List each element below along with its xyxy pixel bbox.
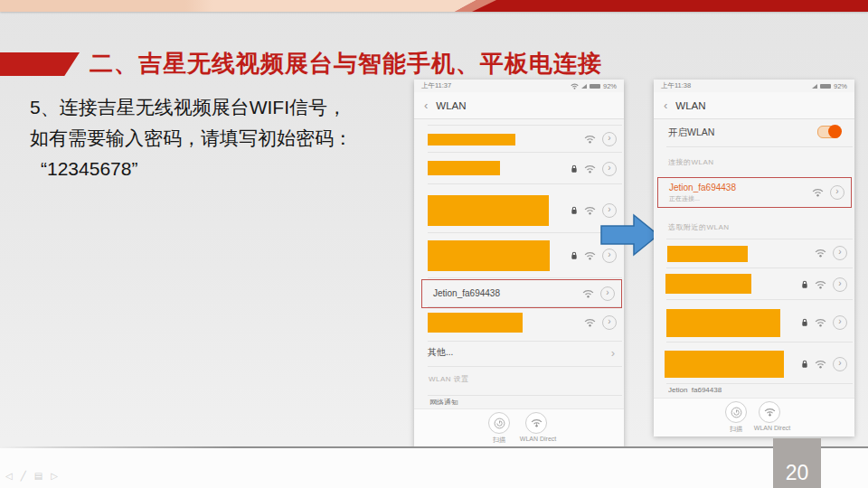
left-wlan-title: WLAN <box>436 100 466 111</box>
wlan-direct-icon <box>764 408 776 417</box>
detail-chevron-icon[interactable]: › <box>602 162 617 176</box>
wlan-direct-button[interactable] <box>759 401 780 423</box>
left-status-time: 上午11:37 <box>421 81 451 90</box>
right-wlan-header: ‹ WLAN <box>654 92 854 119</box>
wifi-signal-icon <box>584 251 596 260</box>
detail-chevron-icon[interactable]: › <box>833 246 847 260</box>
lock-icon <box>801 360 808 369</box>
slide: 二、吉星无线视频展台与智能手机、平板电连接 5、连接吉星无线视频展台WIFI信号… <box>0 0 868 488</box>
wifi-signal-icon <box>584 135 596 144</box>
wifi-signal-icon <box>584 206 596 215</box>
divider <box>428 366 622 367</box>
wifi-signal-icon <box>582 289 594 298</box>
wifi-signal-icon <box>815 249 826 258</box>
connecting-status: 正在连接... <box>669 194 700 203</box>
detail-chevron-icon[interactable]: › <box>833 277 847 292</box>
wlan-direct-icon <box>531 418 542 427</box>
divider <box>666 267 853 268</box>
page-number: 20 <box>786 461 809 484</box>
body-line-3: “12345678” <box>30 154 353 184</box>
right-wlan-title: WLAN <box>675 100 705 111</box>
detail-chevron-icon[interactable]: › <box>830 185 844 200</box>
wlan-direct-label: WLAN Direct <box>520 436 556 442</box>
redaction-bar <box>428 134 515 145</box>
page-title: 二、吉星无线视频展台与智能手机、平板电连接 <box>90 48 602 80</box>
back-icon[interactable]: ‹ <box>664 99 667 112</box>
nearby-wlan-header: 选取附近的WLAN <box>668 222 730 232</box>
scan-icon <box>494 418 505 429</box>
transition-arrow-icon <box>600 213 660 258</box>
divider <box>666 299 853 300</box>
left-bottom-toolbar: 扫描 WLAN Direct <box>414 408 624 448</box>
divider <box>428 183 622 184</box>
wlan-direct-label: WLAN Direct <box>754 425 790 431</box>
divider <box>428 152 622 153</box>
wifi-signal-icon <box>812 188 824 197</box>
scan-button[interactable] <box>725 401 747 423</box>
divider <box>428 341 622 342</box>
scan-label: 扫描 <box>730 425 742 434</box>
wlan-settings-header: WLAN 设置 <box>429 374 469 384</box>
right-bottom-toolbar: 扫描 WLAN Direct <box>654 398 854 436</box>
chevron-right-icon: › <box>611 346 615 360</box>
detail-chevron-icon[interactable]: › <box>833 315 847 330</box>
wifi-signal-icon <box>815 280 826 289</box>
lock-icon <box>571 164 578 174</box>
scan-label: 扫描 <box>493 436 505 445</box>
detail-chevron-icon[interactable]: › <box>602 132 617 146</box>
redaction-bar <box>428 161 500 175</box>
redaction-bar <box>428 195 549 226</box>
left-phone-screenshot: 上午11:37 92% ‹ WLAN › <box>414 80 624 447</box>
toggle-knob <box>828 125 842 138</box>
divider <box>666 342 853 343</box>
wlan-direct-button[interactable] <box>525 412 547 434</box>
divider <box>666 239 853 239</box>
body-text: 5、连接吉星无线视频展台WIFI信号， 如有需要输入密码，请填写初始密码： “1… <box>30 92 353 184</box>
network-name: Jetion_fa694438 <box>433 288 500 298</box>
clipped-setting-label: 网络通知 <box>429 398 502 405</box>
redaction-bar <box>665 351 784 378</box>
slides-grid-icon[interactable]: ▤ <box>34 471 42 481</box>
scan-button[interactable] <box>488 412 510 434</box>
status-wifi-icon <box>571 83 579 89</box>
lock-icon <box>801 318 808 327</box>
highlighted-network-row-jetion[interactable]: Jetion_fa694438 正在连接... › <box>657 177 852 208</box>
page-number-box: 20 <box>773 438 821 488</box>
nav-prev-icon[interactable]: ◁ <box>5 471 13 481</box>
detail-chevron-icon[interactable]: › <box>600 286 615 301</box>
divider <box>428 125 622 126</box>
right-phone-screenshot: 上午11:38 92% ‹ WLAN 开启WLAN 连接的WLAN Jetion… <box>654 80 854 436</box>
redaction-bar <box>665 274 751 294</box>
left-battery-percent: 92% <box>603 82 617 90</box>
back-icon[interactable]: ‹ <box>424 99 428 112</box>
clipped-network-label: Jetion_fa694438 <box>668 386 750 393</box>
network-name: Jetion_fa694438 <box>669 183 736 192</box>
wifi-signal-icon <box>815 318 826 327</box>
status-battery-icon <box>590 84 600 89</box>
redaction-bar <box>667 246 748 262</box>
lock-icon <box>571 206 578 215</box>
detail-chevron-icon[interactable]: › <box>602 315 617 330</box>
divider <box>428 277 622 278</box>
status-battery-icon <box>820 84 831 89</box>
divider <box>428 232 622 233</box>
wlan-toggle-label: 开启WLAN <box>668 127 714 139</box>
body-line-2: 如有需要输入密码，请填写初始密码： <box>30 123 353 154</box>
detail-chevron-icon[interactable]: › <box>833 357 847 371</box>
lock-icon <box>801 280 808 289</box>
left-status-bar: 上午11:37 92% <box>414 80 624 92</box>
wifi-signal-icon <box>584 318 596 327</box>
wifi-signal-icon <box>584 164 596 174</box>
status-signal-icon <box>581 84 587 89</box>
nav-next-icon[interactable]: ▷ <box>51 471 58 481</box>
divider <box>666 146 853 147</box>
wifi-signal-icon <box>815 360 826 369</box>
lock-icon <box>571 251 578 260</box>
right-battery-percent: 92% <box>834 82 847 90</box>
left-wlan-header: ‹ WLAN <box>414 92 624 119</box>
highlighted-network-row-jetion[interactable]: Jetion_fa694438 › <box>421 279 622 308</box>
wlan-toggle-switch[interactable] <box>817 126 841 138</box>
redaction-bar <box>666 309 780 337</box>
divider <box>428 395 622 396</box>
pen-icon[interactable]: ╱ <box>21 471 26 481</box>
